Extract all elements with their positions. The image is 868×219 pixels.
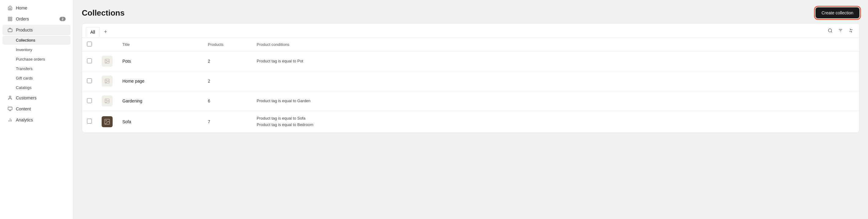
products-icon xyxy=(7,27,13,33)
svg-point-4 xyxy=(9,96,11,98)
sub-item-label: Catalogs xyxy=(16,85,31,90)
page-header: Collections Create collection xyxy=(82,7,860,18)
sidebar-item-label: Analytics xyxy=(16,117,33,122)
svg-rect-1 xyxy=(10,17,12,19)
header-conditions: Product conditions xyxy=(252,38,859,51)
svg-point-19 xyxy=(106,60,106,60)
row-conditions: Product tag is equal to Pot xyxy=(252,51,859,71)
search-toolbar-button[interactable] xyxy=(826,26,835,35)
sidebar-sub-gift-cards[interactable]: Gift cards xyxy=(2,74,70,83)
row-checkbox[interactable] xyxy=(87,78,92,83)
sidebar-item-label: Content xyxy=(16,106,31,111)
svg-rect-2 xyxy=(8,19,10,21)
row-checkbox[interactable] xyxy=(87,119,92,124)
svg-rect-3 xyxy=(10,19,12,21)
table-row: Sofa7Product tag is equal to Sofa Produc… xyxy=(82,111,859,132)
row-thumb-cell xyxy=(97,91,118,111)
row-title[interactable]: Pots xyxy=(118,51,203,71)
header-products: Products xyxy=(203,38,252,51)
row-title[interactable]: Gardening xyxy=(118,91,203,111)
row-thumb-cell xyxy=(97,71,118,91)
row-checkbox-cell xyxy=(82,51,97,71)
header-title: Title xyxy=(118,38,203,51)
sidebar-sub-purchase-orders[interactable]: Purchase orders xyxy=(2,55,70,64)
row-thumb-cell xyxy=(97,51,118,71)
table-row: Home page2 xyxy=(82,71,859,91)
sub-item-label: Purchase orders xyxy=(16,57,45,61)
sidebar-sub-catalogs[interactable]: Catalogs xyxy=(2,83,70,92)
collection-thumb-placeholder xyxy=(102,76,113,87)
sidebar-sub-collections[interactable]: Collections xyxy=(2,36,70,45)
sidebar-item-label: Products xyxy=(16,28,33,32)
sub-item-label: Inventory xyxy=(16,47,32,52)
table-header-row: Title Products Product conditions xyxy=(82,38,859,51)
svg-point-11 xyxy=(828,29,832,32)
header-thumb-cell xyxy=(97,38,118,51)
sub-item-label: Gift cards xyxy=(16,76,33,80)
main-content: Collections Create collection All + xyxy=(73,0,868,219)
content-icon xyxy=(7,106,13,112)
create-collection-button[interactable]: Create collection xyxy=(815,7,860,18)
sub-item-label: Collections xyxy=(16,38,35,43)
row-checkbox[interactable] xyxy=(87,58,92,63)
sidebar-item-products[interactable]: Products xyxy=(2,25,70,35)
sidebar-item-analytics[interactable]: Analytics xyxy=(2,115,70,125)
svg-rect-0 xyxy=(8,17,10,19)
home-icon xyxy=(7,5,13,11)
row-thumb-cell xyxy=(97,111,118,132)
header-checkbox-cell xyxy=(82,38,97,51)
row-conditions: Product tag is equal to Garden xyxy=(252,91,859,111)
filter-toolbar-button[interactable] xyxy=(836,26,845,35)
orders-icon xyxy=(7,16,13,22)
sub-item-label: Transfers xyxy=(16,66,32,71)
tab-all[interactable]: All xyxy=(86,27,100,37)
collections-table-card: All + xyxy=(82,23,860,133)
collections-table: Title Products Product conditions Pots2P… xyxy=(82,38,859,132)
sort-toolbar-button[interactable] xyxy=(846,26,856,35)
row-products-count: 2 xyxy=(203,51,252,71)
sidebar-item-home[interactable]: Home xyxy=(2,3,70,13)
table-row: Gardening6Product tag is equal to Garden xyxy=(82,91,859,111)
page-title: Collections xyxy=(82,8,125,18)
collection-thumb-placeholder xyxy=(102,56,113,67)
customers-icon xyxy=(7,95,13,101)
svg-rect-5 xyxy=(8,107,12,110)
row-title[interactable]: Sofa xyxy=(118,111,203,132)
sidebar-item-content[interactable]: Content xyxy=(2,104,70,114)
analytics-icon xyxy=(7,117,13,122)
sidebar-item-customers[interactable]: Customers xyxy=(2,93,70,103)
row-checkbox[interactable] xyxy=(87,98,92,103)
row-title[interactable]: Home page xyxy=(118,71,203,91)
sidebar-item-label: Orders xyxy=(16,17,29,21)
svg-point-23 xyxy=(106,100,106,100)
tab-bar: All + xyxy=(82,24,859,38)
sidebar-sub-transfers[interactable]: Transfers xyxy=(2,64,70,73)
row-checkbox-cell xyxy=(82,111,97,132)
table-row: Pots2Product tag is equal to Pot xyxy=(82,51,859,71)
sidebar-item-orders[interactable]: Orders 2 xyxy=(2,14,70,24)
collection-thumb-placeholder xyxy=(102,95,113,106)
svg-line-12 xyxy=(831,31,832,32)
row-checkbox-cell xyxy=(82,71,97,91)
orders-badge: 2 xyxy=(60,17,66,21)
row-products-count: 2 xyxy=(203,71,252,91)
select-all-checkbox[interactable] xyxy=(87,42,92,47)
row-products-count: 7 xyxy=(203,111,252,132)
row-checkbox-cell xyxy=(82,91,97,111)
add-tab-button[interactable]: + xyxy=(101,27,111,36)
row-products-count: 6 xyxy=(203,91,252,111)
svg-point-25 xyxy=(105,120,106,121)
svg-point-21 xyxy=(106,80,106,80)
sidebar-item-label: Home xyxy=(16,5,27,10)
sidebar: Home Orders 2 Products Collections Inven… xyxy=(0,0,73,219)
row-conditions: Product tag is equal to Sofa Product tag… xyxy=(252,111,859,132)
sidebar-sub-inventory[interactable]: Inventory xyxy=(2,45,70,54)
row-conditions xyxy=(252,71,859,91)
collection-image xyxy=(102,116,113,127)
sidebar-item-label: Customers xyxy=(16,95,37,100)
